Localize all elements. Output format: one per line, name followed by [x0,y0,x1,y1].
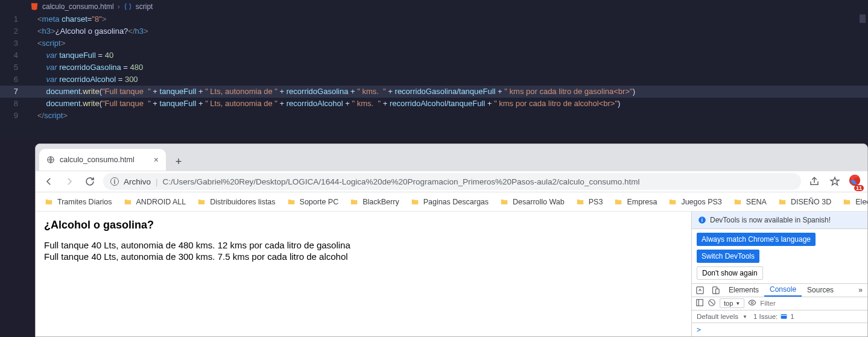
bookmark-label: PS3 [589,198,603,206]
bookmark-item[interactable]: Desarrollo Wab [496,195,568,209]
url-scheme: Archivo [124,177,151,186]
new-tab-button[interactable]: + [169,153,188,171]
bookmark-item[interactable]: BlackBerry [346,195,402,209]
folder-icon [44,198,54,206]
brackets-icon [124,2,132,11]
folder-icon [349,198,359,206]
bookmark-label: Juegos PS3 [681,198,721,206]
device-icon[interactable] [708,286,723,295]
svg-text:i: i [702,218,703,223]
devtools-banner: i DevTools is now available in Spanish! [692,212,867,229]
tab-console[interactable]: Console [764,284,802,297]
bookmark-label: Paginas Descargas [423,198,489,206]
browser-window: calculo_consumo.html × + i Archivo | C:/… [35,143,868,337]
context-selector[interactable]: top▼ [720,298,744,308]
tab-title: calculo_consumo.html [60,156,135,164]
info-icon: i [698,216,706,224]
bookmark-label: Desarrollo Wab [513,198,565,206]
bookmark-label: BlackBerry [363,198,399,206]
bookmark-item[interactable]: Paginas Descargas [407,195,492,209]
folder-icon [668,198,677,206]
folder-icon [842,198,852,206]
line-number: 6 [0,74,25,86]
filter-input[interactable] [760,300,864,307]
eye-icon[interactable] [748,298,756,309]
browser-tab[interactable]: calculo_consumo.html × [39,149,166,171]
folder-icon [499,198,509,206]
bookmark-item[interactable]: Soporte PC [283,195,343,209]
share-icon[interactable] [807,174,822,189]
issue-icon [780,313,788,321]
bookmark-item[interactable]: Empresa [610,195,661,209]
line-number: 5 [0,61,25,74]
devtools-panel: i DevTools is now available in Spanish! … [691,212,867,336]
inspect-icon[interactable] [692,286,708,295]
html-icon [30,2,39,11]
bookmark-item[interactable]: ANDROID ALL [119,195,190,209]
bookmark-label: Tramites Diarios [57,198,112,206]
tab-elements[interactable]: Elements [723,284,764,297]
bookmark-item[interactable]: DISEÑO 3D [774,195,835,209]
folder-icon [733,198,743,206]
code-editor: calculo_consumo.html › script 1<meta cha… [0,0,868,140]
forward-button[interactable] [62,174,77,189]
bookmark-label: DISEÑO 3D [791,198,831,206]
globe-icon [46,156,55,164]
close-icon[interactable]: × [154,156,159,164]
bookmark-item[interactable]: SENA [729,195,770,209]
clear-console-icon[interactable] [708,298,716,309]
page-content: ¿Alcohol o gasolina? Full tanque 40 Lts,… [36,212,691,336]
url-path: C:/Users/Gabriel%20Rey/Desktop/LOGICA/16… [163,177,640,186]
match-language-button[interactable]: Always match Chrome's language [697,233,816,246]
sidebar-toggle-icon[interactable] [695,298,704,309]
tabs-overflow[interactable]: » [854,286,867,294]
extension-icon[interactable]: 11 [848,174,861,189]
folder-icon [410,198,420,206]
dont-show-again-button[interactable]: Don't show again [697,266,763,280]
folder-icon [575,198,585,206]
tab-sources[interactable]: Sources [802,284,839,297]
bookmark-label: Distribuidores listas [210,198,275,206]
code-area[interactable]: 1<meta charset="8"> 2<h3>¿Alcohol o gaso… [0,13,868,122]
bookmark-item[interactable]: Juegos PS3 [664,195,725,209]
page-title: ¿Alcohol o gasolina? [44,219,683,231]
bookmark-label: Electronica [855,198,867,206]
svg-rect-7 [697,300,703,306]
folder-icon [123,198,133,206]
reload-button[interactable] [83,174,97,189]
issues-indicator[interactable]: 1 Issue: 1 [753,313,794,321]
site-info-icon[interactable]: i [110,177,119,186]
console-toolbar: top▼ [692,297,867,310]
bookmark-label: SENA [746,198,767,206]
svg-point-9 [751,301,753,304]
bookmark-label: Empresa [627,198,657,206]
page-line: Full tanque 40 Lts, autonomia de 300 kms… [44,251,683,263]
default-levels[interactable]: Default levels [697,313,747,320]
line-number: 2 [0,25,25,37]
line-number: 4 [0,49,25,61]
breadcrumb-node[interactable]: script [136,2,153,11]
breadcrumb: calculo_consumo.html › script [0,0,868,13]
page-line: Full tanque 40 Lts, autonomia de 480 kms… [44,240,683,251]
folder-icon [197,198,206,206]
address-bar: i Archivo | C:/Users/Gabriel%20Rey/Deskt… [36,171,867,192]
breadcrumb-file[interactable]: calculo_consumo.html [42,2,114,11]
back-button[interactable] [42,174,56,189]
svg-rect-10 [781,314,787,319]
bookmark-item[interactable]: Tramites Diarios [40,195,116,209]
address-box[interactable]: i Archivo | C:/Users/Gabriel%20Rey/Deskt… [103,173,801,190]
bookmark-item[interactable]: PS3 [572,195,607,209]
bookmark-label: Soporte PC [300,198,339,206]
breadcrumb-separator: › [118,2,120,11]
devtools-tabs: Elements Console Sources » [692,283,867,297]
bookmark-item[interactable]: Electronica [838,195,867,209]
folder-icon [613,198,623,206]
console-prompt[interactable]: > [692,323,867,336]
tab-strip: calculo_consumo.html × + [36,144,867,171]
console-filters: Default levels 1 Issue: 1 [692,310,867,323]
star-icon[interactable] [828,174,842,189]
svg-rect-4 [696,287,703,294]
switch-devtools-button[interactable]: Switch DevTools [697,250,759,263]
extension-badge: 11 [854,185,864,191]
bookmark-item[interactable]: Distribuidores listas [193,195,279,209]
